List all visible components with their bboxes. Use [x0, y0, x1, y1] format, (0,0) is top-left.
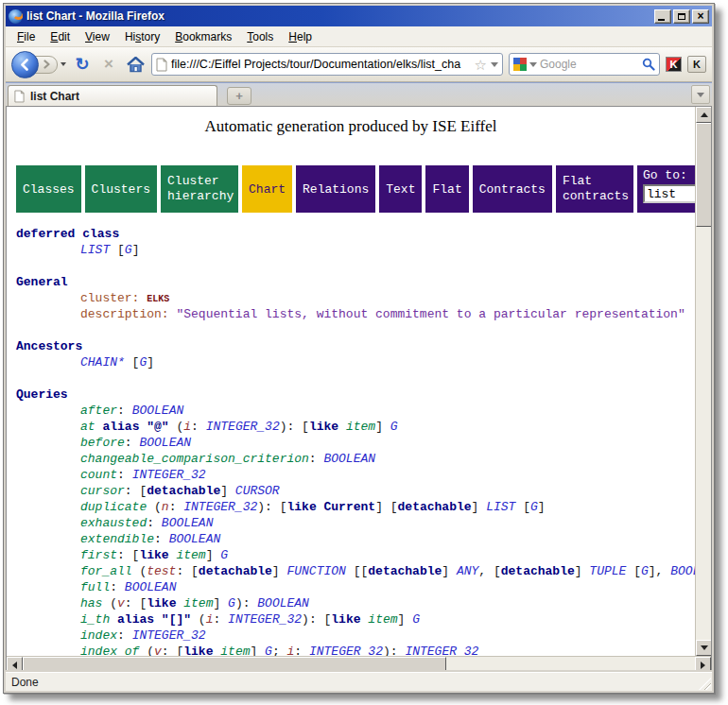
- close-button[interactable]: ×: [692, 9, 709, 24]
- search-magnifier-icon[interactable]: [642, 58, 655, 71]
- code-segment: like: [309, 420, 338, 434]
- nav-button-chart[interactable]: Chart: [242, 165, 292, 213]
- code-line: i_th alias "[]" (i: INTEGER_32): [like i…: [7, 611, 695, 628]
- url-input[interactable]: [171, 58, 471, 71]
- code-line: at alias "@" (i: INTEGER_32): [like item…: [7, 419, 695, 435]
- code-segment: ): [: [280, 420, 309, 434]
- code-segment: description:: [80, 307, 176, 321]
- scroll-up-icon: [701, 112, 708, 117]
- list-tabs-icon: [697, 93, 704, 97]
- code-segment: Queries: [16, 387, 68, 402]
- code-segment: index_of: [80, 645, 139, 656]
- new-tab-button[interactable]: +: [227, 87, 251, 105]
- code-line: before: BOOLEAN: [7, 435, 695, 451]
- code-segment: : [: [117, 548, 139, 562]
- menu-help[interactable]: Help: [281, 27, 320, 46]
- urlbar-dropdown-icon[interactable]: [491, 62, 498, 67]
- address-bar[interactable]: ☆: [151, 53, 503, 76]
- list-all-tabs-button[interactable]: [691, 85, 710, 104]
- search-bar[interactable]: [509, 53, 660, 76]
- search-input[interactable]: [540, 58, 639, 71]
- home-icon: [127, 57, 145, 73]
- code-line: CHAIN* [G]: [7, 354, 695, 370]
- scroll-left-icon: [12, 662, 17, 669]
- title-bar: list Chart - Mozilla Firefox ×: [6, 6, 712, 26]
- kaspersky-icon[interactable]: K: [666, 57, 682, 72]
- tab-list-chart[interactable]: list Chart: [8, 85, 217, 106]
- code-line: count: INTEGER_32: [7, 467, 695, 483]
- code-segment: INTEGER_32: [228, 612, 302, 627]
- menu-bar: FileEditViewHistoryBookmarksToolsHelp: [6, 26, 712, 47]
- code-segment: :: [169, 500, 184, 514]
- code-segment: [: [515, 500, 530, 514]
- scroll-down-button[interactable]: [696, 640, 712, 656]
- maximize-button[interactable]: [673, 9, 690, 24]
- back-button[interactable]: [11, 51, 39, 78]
- status-bar: Done: [6, 672, 712, 691]
- code-segment: :: [117, 404, 132, 418]
- code-segment: for_all: [80, 564, 132, 578]
- menu-view[interactable]: View: [78, 27, 117, 46]
- code-segment: :: [125, 436, 140, 450]
- minimize-button[interactable]: [654, 9, 671, 24]
- tab-page-icon: [14, 90, 25, 103]
- code-segment: ]: [220, 484, 235, 498]
- code-segment: INTEGER_32: [132, 468, 206, 482]
- horizontal-scroll-thumb[interactable]: [23, 657, 446, 672]
- nav-button-clusters[interactable]: Clusters: [85, 165, 157, 213]
- code-line: Queries: [7, 387, 695, 403]
- scroll-right-button[interactable]: [695, 657, 711, 672]
- code-segment: detachable: [368, 564, 442, 578]
- horizontal-scrollbar[interactable]: [7, 656, 711, 672]
- code-line: extendible: BOOLEAN: [7, 531, 695, 547]
- nav-button-cluster-hierarchy[interactable]: Cluster hierarchy: [161, 165, 238, 213]
- resize-grip[interactable]: [699, 678, 711, 690]
- code-segment: Ancestors: [16, 339, 82, 353]
- nav-button-flat[interactable]: Flat: [425, 165, 468, 213]
- minimize-icon: [658, 19, 665, 21]
- code-segment: [: [125, 355, 140, 370]
- code-segment: n: [162, 500, 169, 514]
- menu-history[interactable]: History: [117, 27, 167, 46]
- code-segment: ]: [398, 612, 413, 627]
- menu-tools[interactable]: Tools: [239, 27, 281, 46]
- goto-box: Go to:: [637, 165, 695, 213]
- goto-input[interactable]: [643, 184, 695, 203]
- k-addon-button[interactable]: K: [687, 56, 706, 73]
- nav-button-classes[interactable]: Classes: [16, 165, 81, 213]
- tab-bar: list Chart +: [6, 82, 712, 106]
- vertical-scroll-thumb[interactable]: [696, 123, 712, 227]
- refresh-button[interactable]: ↻: [72, 54, 93, 75]
- menu-file[interactable]: File: [9, 27, 43, 46]
- code-segment: :: [294, 645, 309, 656]
- code-segment: [317, 500, 324, 514]
- code-segment: like: [331, 612, 360, 627]
- code-segment: ):: [235, 596, 257, 610]
- scroll-left-button[interactable]: [7, 657, 23, 672]
- code-segment: [338, 420, 346, 434]
- history-dropdown-icon[interactable]: [61, 62, 66, 66]
- nav-button-relations[interactable]: Relations: [296, 165, 375, 213]
- code-block: deferred classLIST [G]Generalcluster: EL…: [7, 226, 695, 656]
- nav-button-text[interactable]: Text: [379, 165, 422, 213]
- code-segment: ]: [575, 564, 590, 578]
- scroll-up-button[interactable]: [696, 107, 712, 123]
- nav-button-contracts[interactable]: Contracts: [473, 165, 552, 213]
- code-line: for_all (test: [detachable] FUNCTION [[d…: [7, 563, 695, 579]
- home-button[interactable]: [125, 54, 146, 75]
- stop-button[interactable]: ×: [98, 54, 119, 75]
- code-segment: LIST: [486, 500, 515, 514]
- code-segment: BOOLEAN: [162, 516, 214, 530]
- bookmark-star-icon[interactable]: ☆: [475, 58, 487, 72]
- code-segment: ]: [538, 500, 546, 514]
- vertical-scrollbar[interactable]: [695, 107, 711, 656]
- nav-button-flat-contracts[interactable]: Flat contracts: [556, 165, 633, 213]
- code-segment: detachable: [501, 564, 575, 578]
- search-engine-dropdown-icon[interactable]: [529, 62, 537, 67]
- menu-bookmarks[interactable]: Bookmarks: [167, 27, 239, 46]
- code-segment: INTEGER_32: [183, 500, 257, 514]
- menu-edit[interactable]: Edit: [43, 27, 78, 46]
- code-line: cluster: ELKS: [7, 290, 695, 306]
- back-arrow-icon: [19, 59, 31, 71]
- code-segment: FUNCTION: [286, 564, 345, 578]
